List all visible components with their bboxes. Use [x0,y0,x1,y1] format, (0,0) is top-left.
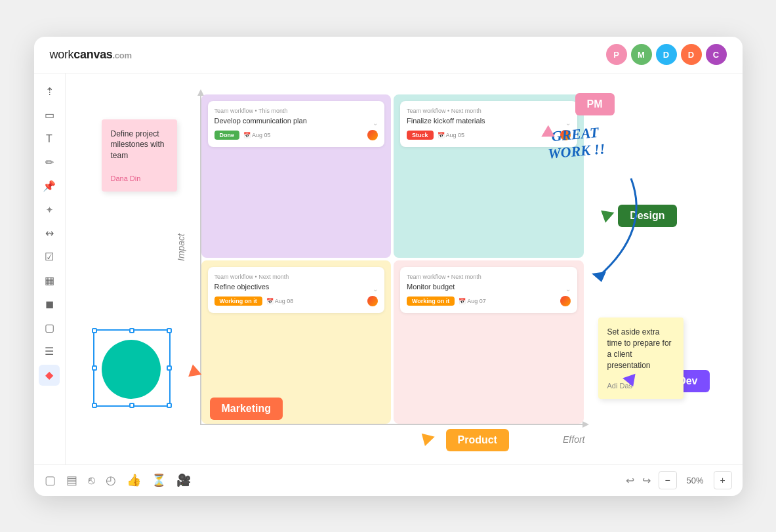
avatar-m[interactable]: M [631,44,652,65]
task-avatar-3 [367,296,378,306]
logo: workcanvas.com [50,48,132,62]
undo-button[interactable]: ↩ [623,472,637,489]
crop-tool[interactable]: ▢ [39,317,60,338]
cursor-green [601,206,617,222]
task-card-4-dropdown[interactable]: ⌄ [565,285,571,293]
handle-tm[interactable] [129,328,134,333]
task-avatar-4 [560,296,571,306]
task-date-2: 📅 Aug 05 [438,132,465,138]
chat-tool[interactable]: ▦ [39,270,60,291]
logo-suffix: .com [113,51,132,60]
great-work-annotation: GREATWORK !! [546,123,606,163]
sticky-yellow-author: Adi Das [607,382,674,390]
main-area: ⇡ ▭ T ✏ 📌 ⌖ ↭ ☑ ▦ ◼ ▢ ☰ ◆ Define project… [34,73,743,464]
task-card-4[interactable]: Team workflow • Next month Monitor budge… [400,267,577,313]
timer-tool[interactable]: ⏳ [152,473,166,487]
sticky-yellow-text: Set aside extra time to prepare for a cl… [607,327,674,371]
label-product[interactable]: Product [446,429,509,451]
svg-marker-0 [592,272,606,282]
handle-tl[interactable] [92,328,97,333]
avatar-d1[interactable]: D [656,44,677,65]
avatar-c[interactable]: C [706,44,727,65]
handle-bl[interactable] [92,403,97,408]
task-card-4-header: Team workflow • Next month [407,274,571,280]
panel-tool[interactable]: ▢ [45,473,56,487]
sticky-note-yellow[interactable]: Set aside extra time to prepare for a cl… [598,317,684,398]
badge-working-2: Working on it [407,297,455,306]
zoom-out-button[interactable]: − [659,471,677,489]
zoom-in-button[interactable]: + [714,471,732,489]
matrix-container: Impact Effort Team workflow • This month… [187,93,585,425]
badge-done: Done [214,131,240,140]
header: workcanvas.com P M D D C [34,37,743,73]
cursor-purple [621,371,635,386]
checkbox-tool[interactable]: ☑ [39,247,60,268]
task-card-3-header: Team workflow • Next month [214,274,378,280]
list-tool[interactable]: ☰ [39,341,60,362]
handle-bm[interactable] [129,403,134,408]
avatars-group: P M D D C [606,44,727,65]
task-date-1: 📅 Aug 05 [243,132,271,138]
task-card-2-header: Team workflow • Next month [407,108,571,114]
task-card-1[interactable]: Team workflow • This month Develop commu… [208,101,385,147]
clock-tool[interactable]: ◴ [106,473,116,487]
handle-br[interactable] [167,403,172,408]
app-window: workcanvas.com P M D D C ⇡ ▭ T ✏ 📌 ⌖ ↭ ☑… [34,37,743,496]
handle-mr[interactable] [167,365,172,371]
badge-working-1: Working on it [214,297,262,306]
handle-ml[interactable] [92,365,97,371]
connector-tool[interactable]: ↭ [39,223,60,244]
task-card-3-footer: Working on it 📅 Aug 08 [214,296,378,306]
quadrant-top-right: Team workflow • Next month Finalize kick… [394,94,584,258]
image-tool[interactable]: ◼ [39,294,60,315]
label-marketing[interactable]: Marketing [210,398,283,420]
bottom-bar: ▢ ▤ ⎋ ◴ 👍 ⏳ 🎥 ↩ ↪ − 50% + [34,464,743,496]
lasso-tool[interactable]: ⌖ [39,199,60,220]
task-card-4-footer: Working on it 📅 Aug 07 [407,296,571,306]
task-card-3[interactable]: Team workflow • Next month Refine object… [208,267,385,313]
sidebar-toolbar: ⇡ ▭ T ✏ 📌 ⌖ ↭ ☑ ▦ ◼ ▢ ☰ ◆ [34,73,66,464]
redo-button[interactable]: ↪ [640,472,653,489]
screen-tool[interactable]: ▤ [66,473,77,487]
sticky-note-pink[interactable]: Define project milestones with team Dana… [102,119,177,192]
teal-circle[interactable] [102,340,161,399]
sticky-pink-author: Dana Din [111,174,168,182]
task-card-1-footer: Done 📅 Aug 05 [214,130,378,140]
impact-label: Impact [176,234,186,261]
badge-stuck: Stuck [407,131,434,140]
logo-bold: canvas [73,48,112,61]
task-card-3-title: Refine objectives [214,283,373,291]
task-card-1-dropdown[interactable]: ⌄ [373,119,378,127]
file-tool[interactable]: ⎋ [88,474,95,487]
brand-tool[interactable]: ◆ [39,365,60,386]
rectangle-tool[interactable]: ▭ [39,105,60,126]
pen-tool[interactable]: ✏ [39,152,60,173]
thumb-tool[interactable]: 👍 [127,473,141,487]
canvas-area[interactable]: Define project milestones with team Dana… [66,73,743,464]
cursor-yellow [421,430,436,446]
task-card-4-title: Monitor budget [407,283,565,291]
label-pm[interactable]: PM [575,93,615,115]
sticky-tool[interactable]: 📌 [39,176,60,197]
avatar-d2[interactable]: D [681,44,702,65]
quadrants: Team workflow • This month Develop commu… [201,94,584,424]
axis-x [200,424,585,425]
task-card-2-dropdown[interactable]: ⌄ [565,119,571,127]
text-tool[interactable]: T [39,129,60,150]
select-tool[interactable]: ⇡ [39,81,60,102]
task-card-1-header: Team workflow • This month [214,108,378,114]
task-card-1-title: Develop communication plan [214,117,373,125]
camera-tool[interactable]: 🎥 [176,473,191,487]
label-design[interactable]: Design [618,205,676,227]
task-avatar-1 [367,130,378,140]
task-date-4: 📅 Aug 07 [459,298,486,304]
handle-tr[interactable] [167,328,172,333]
quadrant-bottom-right: Team workflow • Next month Monitor budge… [394,260,584,424]
task-card-2-title: Finalize kickoff materials [407,117,565,125]
sticky-pink-text: Define project milestones with team [111,129,168,161]
task-card-3-dropdown[interactable]: ⌄ [373,285,378,293]
bottom-right-controls: ↩ ↪ − 50% + [623,471,732,489]
bottom-left-tools: ▢ ▤ ⎋ ◴ 👍 ⏳ 🎥 [45,473,191,487]
avatar-p[interactable]: P [606,44,627,65]
effort-label: Effort [563,434,584,445]
